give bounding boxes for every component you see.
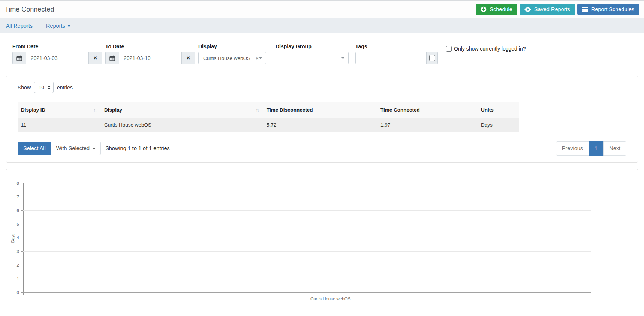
nav-all-reports-label: All Reports <box>6 23 33 29</box>
chevron-down-icon <box>259 57 262 59</box>
pagination: Previous 1 Next <box>556 141 626 156</box>
page-length-value: 10 <box>39 85 44 90</box>
filter-bar: From Date × To Date × Display C <box>0 33 644 76</box>
plus-circle-icon <box>481 6 487 12</box>
tags-label: Tags <box>355 43 438 49</box>
column-header: Units <box>478 102 519 118</box>
select-all-button[interactable]: Select All <box>18 142 51 155</box>
reports-nav: All Reports Reports <box>0 18 644 33</box>
table-row[interactable]: 11Curtis House webOS5.721.97Days <box>18 118 519 132</box>
y-tick-label: 2 <box>17 263 19 268</box>
from-date-clear-button[interactable]: × <box>89 52 102 64</box>
sort-icon: ↑↓ <box>256 108 261 112</box>
tick-mark <box>21 224 23 224</box>
tags-group: Tags <box>355 43 438 64</box>
nav-all-reports[interactable]: All Reports <box>6 23 33 29</box>
tags-exact-match-addon <box>427 52 438 64</box>
page-length-select[interactable]: 10 <box>34 82 54 93</box>
from-date-input[interactable] <box>26 52 89 64</box>
column-header-label: Display ID <box>21 107 45 113</box>
page-header: Time Connected Schedule Saved Reports Re… <box>0 1 644 18</box>
saved-reports-button[interactable]: Saved Reports <box>520 4 575 15</box>
nav-reports-label: Reports <box>46 23 65 29</box>
display-select[interactable]: Curtis House webOS × <box>198 52 266 64</box>
table-cell: Curtis House webOS <box>101 118 263 132</box>
tick-mark <box>21 197 23 197</box>
chevron-down-icon <box>341 57 344 59</box>
tick-mark <box>21 183 23 183</box>
tick-mark <box>21 251 23 252</box>
gridline <box>23 265 591 265</box>
table-header-row: Display ID↑↓Display↑↓Time DisconnectedTi… <box>18 102 519 118</box>
y-tick-label: 6 <box>17 209 19 213</box>
gridline <box>23 197 591 197</box>
display-select-value: Curtis House webOS <box>203 55 250 61</box>
calendar-icon[interactable] <box>105 52 119 64</box>
report-schedules-button[interactable]: Report Schedules <box>577 4 639 15</box>
y-tick-label: 4 <box>17 236 19 240</box>
pagination-previous[interactable]: Previous <box>556 141 589 156</box>
chevron-up-icon <box>93 148 96 149</box>
with-selected-dropdown[interactable]: With Selected <box>51 142 101 155</box>
tags-exact-match-checkbox[interactable] <box>429 55 435 61</box>
y-tick-label: 1 <box>17 277 19 281</box>
y-tick-label: 5 <box>17 222 19 227</box>
column-header[interactable]: Display ID↑↓ <box>18 102 101 118</box>
x-category-label: Curtis House webOS <box>310 297 350 301</box>
table-footer: Select All With Selected Showing 1 to 1 … <box>18 141 626 156</box>
tick-mark <box>21 238 23 238</box>
time-connected-report-page: Time Connected Schedule Saved Reports Re… <box>0 0 644 316</box>
page-length-row: Show 10 entries <box>12 82 632 93</box>
from-date-label: From Date <box>12 43 102 49</box>
table-cell: 5.72 <box>263 118 377 132</box>
remove-selection-icon[interactable]: × <box>256 55 259 61</box>
nav-reports-dropdown[interactable]: Reports <box>46 23 70 29</box>
header-actions: Schedule Saved Reports Report Schedules <box>476 4 639 15</box>
tick-mark <box>21 210 23 211</box>
chart-plot: 012345678Curtis House webOSDays <box>23 183 591 293</box>
table-cell: Days <box>478 118 519 132</box>
display-group-label: Display Group <box>276 43 352 49</box>
gridline <box>23 292 591 293</box>
from-date-group: From Date × <box>12 43 102 64</box>
schedule-button[interactable]: Schedule <box>476 4 517 15</box>
y-tick-label: 7 <box>17 195 19 199</box>
to-date-input[interactable] <box>119 52 182 64</box>
list-icon <box>582 7 588 12</box>
column-header-label: Units <box>481 107 494 113</box>
gridline <box>23 251 591 252</box>
y-tick-label: 3 <box>17 249 19 254</box>
to-date-clear-button[interactable]: × <box>182 52 195 64</box>
clear-x-icon: × <box>94 55 97 61</box>
sort-icon: ↑↓ <box>94 108 98 112</box>
chart-card: 012345678Curtis House webOSDays <box>6 169 638 316</box>
gridline <box>23 279 591 279</box>
tags-input[interactable] <box>355 52 427 64</box>
showing-entries-summary: Showing 1 to 1 of 1 entries <box>105 145 170 151</box>
display-group-select[interactable] <box>276 52 349 64</box>
report-table: Display ID↑↓Display↑↓Time DisconnectedTi… <box>18 102 519 132</box>
only-logged-in-group: Only show currently logged in? <box>446 46 526 52</box>
column-header-label: Time Disconnected <box>267 107 313 113</box>
tick-mark <box>21 279 23 279</box>
to-date-group: To Date × <box>105 43 195 64</box>
calendar-icon[interactable] <box>12 52 26 64</box>
column-header[interactable]: Display↑↓ <box>101 102 263 118</box>
eye-icon <box>524 7 531 12</box>
gridline <box>23 238 591 238</box>
clear-x-icon: × <box>187 55 190 61</box>
entries-label: entries <box>57 85 73 91</box>
only-logged-in-label: Only show currently logged in? <box>454 46 526 52</box>
tick-mark <box>21 292 23 293</box>
pagination-page-1[interactable]: 1 <box>589 141 604 156</box>
y-tick-label: 0 <box>17 291 19 295</box>
page-title: Time Connected <box>5 6 54 13</box>
only-logged-in-checkbox[interactable] <box>446 46 452 52</box>
table-cell: 1.97 <box>377 118 478 132</box>
stepper-icon <box>48 85 51 90</box>
pagination-next[interactable]: Next <box>603 141 626 156</box>
y-tick-label: 8 <box>17 181 19 186</box>
gridline <box>23 224 591 224</box>
table-cell: 11 <box>18 118 101 132</box>
to-date-label: To Date <box>105 43 195 49</box>
